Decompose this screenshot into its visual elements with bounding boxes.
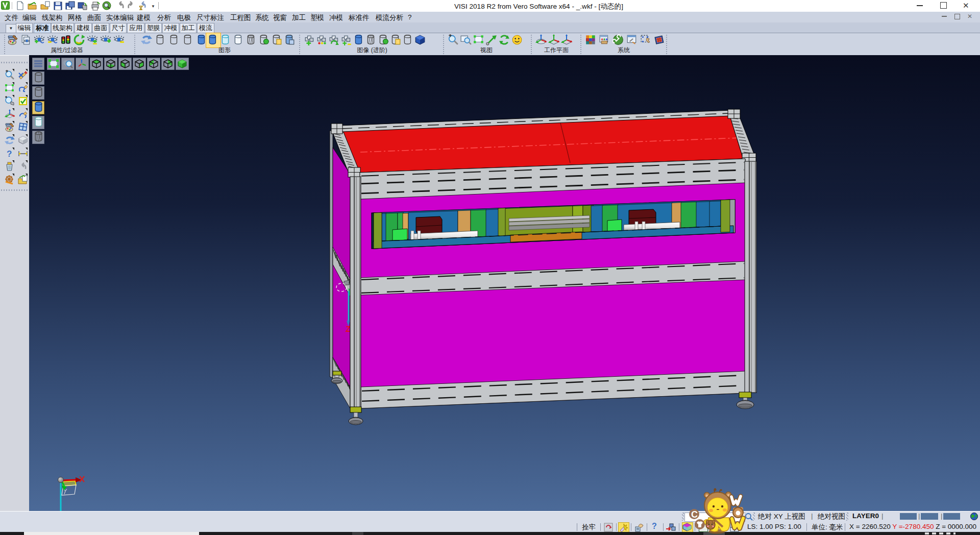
svg-text:C: C	[691, 509, 698, 520]
svg-text:?: ?	[7, 149, 12, 159]
